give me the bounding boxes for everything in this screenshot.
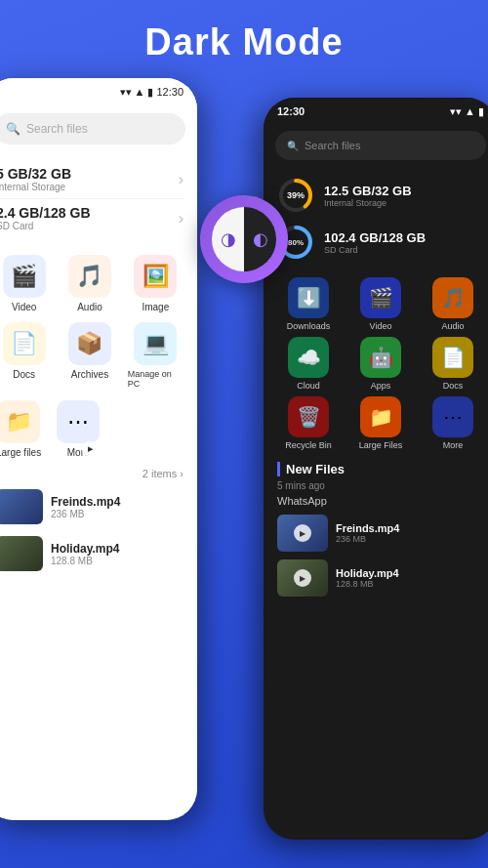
right-cat-downloads[interactable]: ⬇️ Downloads: [275, 277, 342, 331]
right-internal-info: 12.5 GB/32 GB Internal Storage: [324, 184, 484, 208]
right-file-holiday[interactable]: ▶ Holiday.mp4 128.8 MB: [277, 556, 484, 600]
left-internal-label: Internal Storage: [0, 182, 71, 192]
left-internal-storage[interactable]: 5 GB/32 GB Internal Storage ›: [0, 160, 183, 199]
right-cat-recycle[interactable]: 🗑️ Recycle Bin: [275, 396, 342, 450]
right-time: 12:30: [277, 105, 305, 117]
right-recycle-icon: 🗑️: [288, 396, 329, 437]
phone-left: ▾▾ ▲ ▮ 12:30 🔍 Search files 5 GB/32 GB I…: [0, 78, 197, 820]
right-video-icon: 🎬: [360, 277, 401, 318]
left-image-icon: 🖼️: [134, 255, 177, 298]
right-cloud-icon: ☁️: [288, 337, 329, 378]
left-internal-size: 5 GB/32 GB: [0, 166, 71, 182]
right-signal-icon: ▾▾: [450, 105, 462, 118]
left-cat-largefiles[interactable]: 📁 Large files: [0, 400, 41, 458]
right-file-freinds[interactable]: ▶ Freinds.mp4 236 MB: [277, 511, 484, 556]
right-group-whatsapp: WhatsApp: [277, 495, 484, 507]
right-search-bar[interactable]: 🔍 Search files: [275, 131, 486, 160]
left-cat-archives[interactable]: 📦 Archives: [61, 322, 117, 389]
right-wifi-icon: ▲: [465, 105, 475, 118]
right-file-thumb-holiday: ▶: [277, 559, 328, 597]
phone-right: 12:30 ▾▾ ▲ ▮ 🔍 Search files 39%: [264, 98, 488, 840]
chevron-right-icon: ›: [179, 171, 183, 188]
right-cat-largefiles[interactable]: 📁 Large Files: [347, 396, 414, 450]
right-largefiles-icon: 📁: [360, 396, 401, 437]
right-cloud-label: Cloud: [297, 381, 320, 391]
right-apps-label: Apps: [371, 381, 391, 391]
left-cat-manage[interactable]: 💻 Manage on PC: [128, 322, 183, 389]
right-cat-docs[interactable]: 📄 Docs: [420, 337, 486, 391]
left-file-info-holiday: Holiday.mp4 128.8 MB: [51, 542, 183, 566]
wifi-icon: ▲: [135, 86, 145, 98]
left-file-size-freinds: 236 MB: [51, 509, 183, 519]
right-new-files: New Files 5 mins ago WhatsApp ▶ Freinds.…: [264, 456, 488, 606]
left-file-thumb-freinds: ▶: [0, 489, 43, 524]
right-file-info-holiday: Holiday.mp4 128.8 MB: [336, 567, 484, 589]
right-cat-audio[interactable]: 🎵 Audio: [420, 277, 486, 331]
left-file-thumb-holiday: ▶: [0, 536, 43, 571]
right-search-placeholder: Search files: [305, 140, 360, 151]
right-file-thumb-freinds: ▶: [277, 515, 328, 552]
search-icon: 🔍: [6, 122, 20, 136]
left-file-freinds[interactable]: ▶ Freinds.mp4 236 MB: [0, 483, 183, 530]
right-sdcard-storage[interactable]: 80% 102.4 GB/128 GB SD Card: [277, 219, 484, 266]
left-file-holiday[interactable]: ▶ Holiday.mp4 128.8 MB: [0, 530, 183, 577]
theme-toggle-badge[interactable]: ◑ ◐: [200, 195, 288, 283]
left-audio-label: Audio: [77, 302, 102, 312]
left-sdcard-info: 2.4 GB/128 GB SD Card: [0, 205, 91, 231]
right-cat-cloud[interactable]: ☁️ Cloud: [275, 337, 342, 391]
right-statusbar-icons: ▾▾ ▲ ▮: [450, 105, 484, 118]
right-internal-pct: 39%: [287, 190, 305, 200]
right-internal-label: Internal Storage: [324, 198, 484, 208]
right-more-label: More: [443, 440, 464, 450]
left-search-bar[interactable]: 🔍 Search files: [0, 113, 185, 145]
left-sdcard-label: SD Card: [0, 221, 91, 231]
right-play-holiday: ▶: [294, 569, 311, 587]
left-audio-icon: 🎵: [68, 255, 111, 298]
right-docs-icon: 📄: [432, 337, 473, 378]
right-internal-storage[interactable]: 39% 12.5 GB/32 GB Internal Storage: [277, 172, 484, 219]
right-play-freinds: ▶: [294, 524, 311, 542]
right-cat-more[interactable]: ⋯ More: [420, 396, 486, 450]
theme-half-dark: ◐: [244, 207, 276, 271]
left-search-placeholder: Search files: [26, 122, 88, 136]
left-cat-audio[interactable]: 🎵 Audio: [61, 255, 117, 312]
right-downloads-icon: ⬇️: [288, 277, 329, 318]
theme-half-light: ◑: [212, 207, 244, 271]
left-internal-info: 5 GB/32 GB Internal Storage: [0, 166, 71, 192]
right-audio-icon: 🎵: [432, 277, 473, 318]
left-category-grid: 🎬 Video 🎵 Audio 🖼️ Image 📄 Docs 📦: [0, 245, 197, 398]
right-sdcard-size: 102.4 GB/128 GB: [324, 230, 484, 245]
right-more-icon: ⋯: [432, 396, 473, 437]
light-mode-icon: ◑: [221, 228, 236, 250]
left-cat-video[interactable]: 🎬 Video: [0, 255, 52, 312]
right-file-name-freinds: Freinds.mp4: [336, 522, 484, 534]
right-recycle-label: Recycle Bin: [285, 440, 332, 450]
battery-icon: ▮: [147, 86, 153, 99]
right-apps-icon: 🤖: [360, 337, 401, 378]
left-file-info-freinds: Freinds.mp4 236 MB: [51, 495, 183, 519]
right-video-label: Video: [370, 321, 392, 331]
left-content: 🔍 Search files 5 GB/32 GB Internal Stora…: [0, 105, 197, 820]
left-statusbar-icons: ▾▾ ▲ ▮ 12:30: [120, 86, 183, 99]
right-cat-apps[interactable]: 🤖 Apps: [347, 337, 414, 391]
left-cat-docs[interactable]: 📄 Docs: [0, 322, 52, 389]
left-manage-label: Manage on PC: [128, 369, 183, 389]
dark-mode-icon: ◐: [253, 228, 268, 250]
page-title: Dark Mode: [0, 21, 488, 63]
right-file-size-freinds: 236 MB: [336, 534, 484, 544]
left-file-name-holiday: Holiday.mp4: [51, 542, 183, 556]
right-new-files-title: New Files: [277, 462, 484, 476]
left-image-label: Image: [142, 302, 169, 312]
right-new-files-time: 5 mins ago: [277, 480, 484, 491]
left-file-size-holiday: 128.8 MB: [51, 556, 183, 566]
right-largefiles-label: Large Files: [359, 440, 403, 450]
left-sdcard-storage[interactable]: 2.4 GB/128 GB SD Card ›: [0, 199, 183, 237]
left-cat-image[interactable]: 🖼️ Image: [128, 255, 183, 312]
left-largefiles-icon: 📁: [0, 400, 40, 443]
right-cat-video[interactable]: 🎬 Video: [347, 277, 414, 331]
right-battery-icon: ▮: [478, 105, 484, 118]
right-internal-donut: 39%: [277, 177, 314, 214]
right-new-files-group: WhatsApp ▶ Freinds.mp4 236 MB ▶ Holi: [277, 495, 484, 600]
left-file-name-freinds: Freinds.mp4: [51, 495, 183, 509]
left-docs-icon: 📄: [3, 322, 46, 365]
